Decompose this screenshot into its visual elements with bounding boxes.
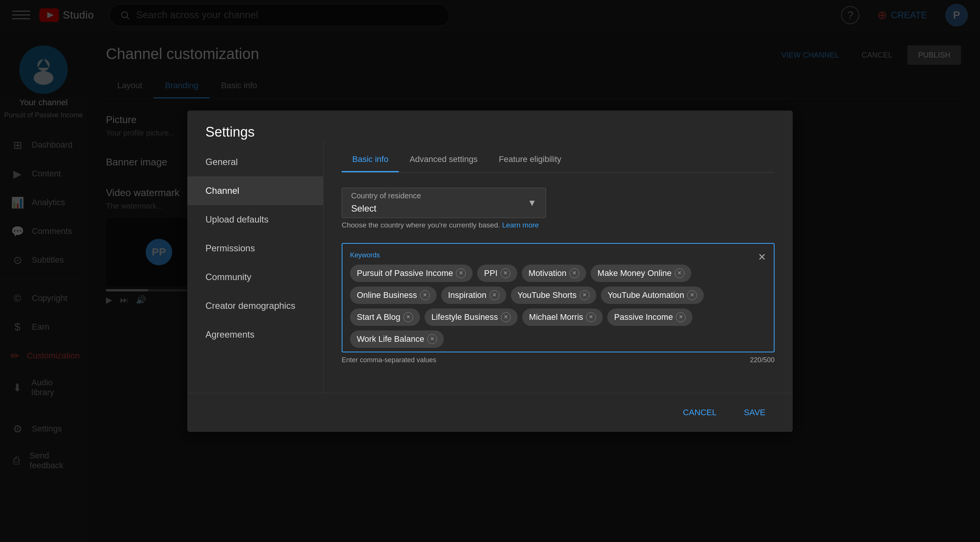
- keyword-tag-remove[interactable]: ×: [420, 290, 430, 300]
- modal-nav-permissions[interactable]: Permissions: [187, 234, 323, 263]
- keyword-tag-text: Online Business: [357, 290, 417, 300]
- modal-content-area: Basic info Advanced settings Feature eli…: [323, 140, 793, 393]
- keyword-tag-remove[interactable]: ×: [501, 268, 511, 278]
- keyword-tag: YouTube Shorts×: [511, 287, 596, 304]
- keyword-tag: PPI×: [477, 265, 517, 282]
- modal-nav-upload-defaults[interactable]: Upload defaults: [187, 205, 323, 234]
- modal-tab-basic-info[interactable]: Basic info: [342, 148, 399, 172]
- keyword-tag-text: Michael Morris: [529, 312, 583, 322]
- keywords-clear-icon[interactable]: ✕: [758, 251, 766, 263]
- keyword-tag: Pursuit of Passive Income×: [350, 265, 473, 282]
- country-field-group: Country of residence Select ▼ Choose the…: [342, 188, 775, 230]
- modal-nav-channel[interactable]: Channel: [187, 176, 323, 205]
- keywords-input[interactable]: [449, 334, 479, 344]
- keyword-tag: Lifestyle Business×: [425, 308, 518, 326]
- keyword-tag: Inspiration×: [441, 287, 506, 304]
- keyword-tag-remove[interactable]: ×: [490, 290, 500, 300]
- modal-footer: CANCEL SAVE: [187, 393, 793, 432]
- keyword-tag-remove[interactable]: ×: [676, 312, 686, 322]
- keyword-tag: Passive Income×: [607, 308, 692, 326]
- country-select[interactable]: Country of residence Select ▼: [342, 188, 546, 218]
- keyword-tag-remove[interactable]: ×: [580, 290, 590, 300]
- chevron-down-icon: ▼: [527, 198, 536, 208]
- keyword-tag-text: Pursuit of Passive Income: [357, 268, 453, 278]
- keyword-tag-text: Start A Blog: [357, 312, 400, 322]
- country-label: Country of residence: [351, 191, 421, 200]
- keywords-footer: Enter comma-separated values 220/500: [342, 356, 775, 364]
- keyword-tag-remove[interactable]: ×: [687, 290, 697, 300]
- keyword-tag-text: Lifestyle Business: [431, 312, 498, 322]
- learn-more-link[interactable]: Learn more: [502, 221, 539, 229]
- keywords-tags: Pursuit of Passive Income×PPI×Motivation…: [350, 265, 766, 348]
- keyword-tag-text: YouTube Automation: [608, 290, 684, 300]
- keywords-count: 220/500: [750, 356, 775, 364]
- keyword-tag-text: Passive Income: [614, 312, 673, 322]
- keyword-tag-text: Make Money Online: [597, 268, 671, 278]
- keyword-tag-text: Inspiration: [448, 290, 487, 300]
- keyword-tag: YouTube Automation×: [601, 287, 704, 304]
- keyword-tag-remove[interactable]: ×: [427, 334, 437, 344]
- keyword-tag-remove[interactable]: ×: [403, 312, 413, 322]
- keyword-tag-remove[interactable]: ×: [501, 312, 511, 322]
- keyword-tag: Make Money Online×: [591, 265, 691, 282]
- modal-tabs: Basic info Advanced settings Feature eli…: [342, 148, 775, 172]
- keyword-tag-text: Motivation: [528, 268, 566, 278]
- settings-modal: Settings General Channel Upload defaults…: [187, 110, 793, 432]
- modal-nav-agreements[interactable]: Agreements: [187, 320, 323, 349]
- country-hint-text: Choose the country where you're currentl…: [342, 221, 500, 229]
- keyword-tag-text: Work Life Balance: [357, 334, 424, 344]
- modal-nav-general[interactable]: General: [187, 148, 323, 176]
- keyword-tag: Start A Blog×: [350, 308, 420, 326]
- modal-nav-creator-demographics[interactable]: Creator demographics: [187, 292, 323, 320]
- keyword-tag-remove[interactable]: ×: [570, 268, 579, 278]
- keyword-tag-remove[interactable]: ×: [586, 312, 596, 322]
- modal-tab-advanced-settings[interactable]: Advanced settings: [399, 148, 488, 172]
- modal-cancel-button[interactable]: CANCEL: [674, 402, 726, 423]
- modal-save-button[interactable]: SAVE: [735, 402, 775, 423]
- keyword-tag-remove[interactable]: ×: [675, 268, 684, 278]
- keyword-tag: Work Life Balance×: [350, 330, 444, 348]
- keyword-tag: Online Business×: [350, 287, 437, 304]
- modal-tab-feature-eligibility[interactable]: Feature eligibility: [488, 148, 572, 172]
- modal-sidebar: General Channel Upload defaults Permissi…: [187, 140, 323, 393]
- modal-title: Settings: [187, 110, 793, 140]
- country-hint: Choose the country where you're currentl…: [342, 221, 775, 230]
- keyword-tag: Motivation×: [522, 265, 586, 282]
- modal-body: General Channel Upload defaults Permissi…: [187, 140, 793, 393]
- keywords-hint: Enter comma-separated values: [342, 356, 436, 364]
- modal-overlay: Settings General Channel Upload defaults…: [0, 0, 980, 542]
- keyword-tag-text: YouTube Shorts: [518, 290, 577, 300]
- keywords-label: Keywords: [350, 251, 766, 259]
- keyword-tag-remove[interactable]: ×: [456, 268, 466, 278]
- keywords-field-group: Keywords ✕ Pursuit of Passive Income×PPI…: [342, 243, 775, 364]
- keyword-tag-text: PPI: [484, 268, 497, 278]
- country-placeholder: Select: [351, 203, 421, 214]
- modal-nav-community[interactable]: Community: [187, 263, 323, 292]
- keywords-container[interactable]: Keywords ✕ Pursuit of Passive Income×PPI…: [342, 243, 775, 352]
- keyword-tag: Michael Morris×: [522, 308, 603, 326]
